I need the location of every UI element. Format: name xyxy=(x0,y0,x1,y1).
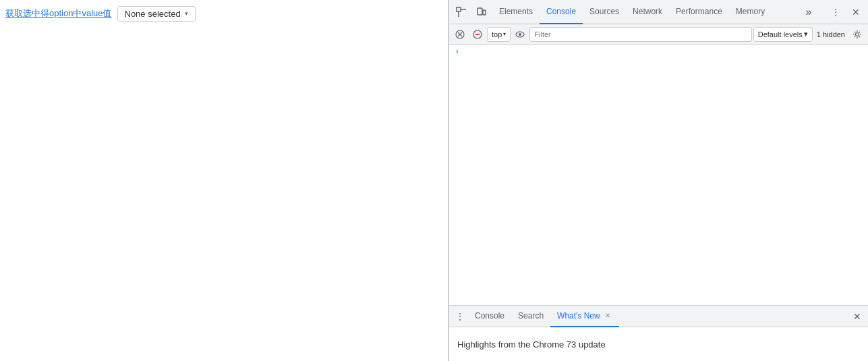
levels-selector[interactable]: Default levels ▾ xyxy=(753,27,813,42)
devtools-top-bar: Elements Console Sources Network Perform… xyxy=(449,0,868,24)
svg-rect-0 xyxy=(457,7,461,11)
drawer-tab-search[interactable]: Search xyxy=(511,306,550,327)
drawer-tab-console[interactable]: Console xyxy=(468,306,511,327)
console-output[interactable]: › xyxy=(449,45,868,305)
devtools-tabs: Elements Console Sources Network Perform… xyxy=(492,0,798,24)
tab-performance[interactable]: Performance xyxy=(669,0,729,24)
tab-memory[interactable]: Memory xyxy=(729,0,772,24)
drawer-tabs: ⋮ Console Search What's New ✕ ✕ xyxy=(449,306,868,327)
device-toggle-button[interactable] xyxy=(472,3,491,22)
filter-input[interactable] xyxy=(529,27,751,42)
drawer-content: Highlights from the Chrome 73 update xyxy=(449,327,868,361)
context-selector[interactable]: top ▾ xyxy=(487,27,511,42)
drawer-menu-button[interactable]: ⋮ xyxy=(452,308,468,325)
dropdown-label: None selected xyxy=(125,9,181,19)
inspect-element-button[interactable] xyxy=(452,3,471,22)
svg-rect-3 xyxy=(478,8,482,15)
more-tabs-button[interactable]: » xyxy=(799,3,818,22)
devtools-panel: Elements Console Sources Network Perform… xyxy=(449,0,868,361)
filter-toggle-button[interactable] xyxy=(469,26,486,43)
webpage-panel: 获取选中得option中value值 None selected ▾ xyxy=(0,0,449,361)
devtools-settings-button[interactable]: ⋮ xyxy=(826,3,845,22)
hidden-badge: 1 hidden xyxy=(814,30,848,38)
eye-button[interactable] xyxy=(512,26,528,43)
drawer-tab-whats-new[interactable]: What's New ✕ xyxy=(550,306,619,327)
none-selected-dropdown[interactable]: None selected ▾ xyxy=(117,6,196,22)
bottom-drawer: ⋮ Console Search What's New ✕ ✕ Highligh… xyxy=(449,305,868,361)
webpage-link[interactable]: 获取选中得option中value值 xyxy=(5,7,112,20)
drawer-content-text: Highlights from the Chrome 73 update xyxy=(457,339,606,350)
console-toolbar: top ▾ Default levels ▾ 1 hidden xyxy=(449,24,868,45)
clear-console-button[interactable] xyxy=(452,26,468,43)
tab-console[interactable]: Console xyxy=(540,0,583,24)
console-prompt: › xyxy=(455,47,459,57)
devtools-close-button[interactable]: ✕ xyxy=(846,3,865,22)
svg-point-11 xyxy=(519,33,521,36)
tab-network[interactable]: Network xyxy=(626,0,669,24)
drawer-tab-close-button[interactable]: ✕ xyxy=(603,311,612,321)
svg-rect-4 xyxy=(483,10,486,15)
console-settings-button[interactable] xyxy=(849,26,865,43)
tab-elements[interactable]: Elements xyxy=(492,0,540,24)
drawer-close-button[interactable]: ✕ xyxy=(849,308,865,325)
svg-point-12 xyxy=(856,32,859,36)
dropdown-caret: ▾ xyxy=(185,10,188,17)
tab-sources[interactable]: Sources xyxy=(583,0,626,24)
console-line[interactable]: › xyxy=(449,46,868,58)
webpage-toolbar: 获取选中得option中value值 None selected ▾ xyxy=(0,0,448,27)
